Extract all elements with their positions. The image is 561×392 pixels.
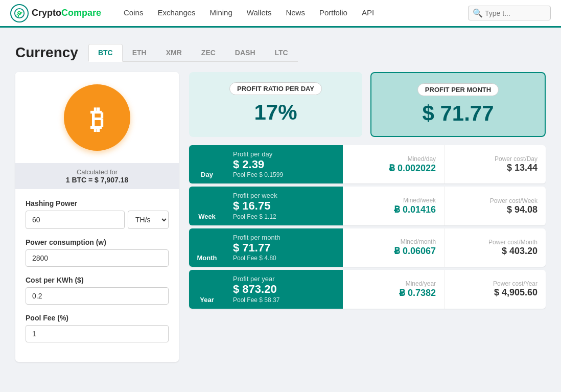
svg-text:₿: ₿ [90,105,104,134]
mined-label: Mined/week [351,197,436,204]
btc-rate: 1 BTC = $ 7,907.18 [20,176,174,184]
pool-fee-label: Pool Fee (%) [26,314,169,322]
nav-mining[interactable]: Mining [210,0,232,28]
pool-fee-display: Pool Fee $ 0.1599 [233,171,335,178]
svg-point-0 [15,8,24,17]
tab-ltc[interactable]: LTC [265,44,298,62]
mined-label: Mined/month [351,238,436,245]
main-layout: ₿ Calculated for 1 BTC = $ 7,907.18 Hash… [15,72,546,362]
pool-fee-display: Pool Fee $ 4.80 [233,255,335,262]
profit-main: Profit per day $ 2.39 Pool Fee $ 0.1599 [225,145,343,183]
page-title: Currency [15,44,78,61]
power-consumption-input[interactable] [26,249,169,267]
logo[interactable]: CryptoCompare [10,4,101,22]
power-cell: Power cost/Week $ 94.08 [445,187,546,225]
data-row: Month Profit per month $ 71.77 Pool Fee … [189,228,546,267]
profit-main: Profit per year $ 873.20 Pool Fee $ 58.3… [225,270,343,308]
mined-cell: Mined/year Ƀ 0.7382 [343,270,445,308]
search-bar: 🔍 [468,6,551,20]
tab-dash[interactable]: DASH [225,44,265,62]
profit-title: Profit per year [233,275,335,283]
data-row: Year Profit per year $ 873.20 Pool Fee $… [189,270,546,308]
navbar: CryptoCompare Coins Exchanges Mining Wal… [0,0,561,28]
hashing-power-unit-select[interactable]: TH/s GH/s MH/s [128,211,169,229]
hashing-power-group: Hashing Power TH/s GH/s MH/s [26,199,169,229]
power-consumption-group: Power consumption (w) [26,238,169,267]
period-label: Day [189,145,225,183]
nav-exchanges[interactable]: Exchanges [157,0,195,28]
nav-coins[interactable]: Coins [124,0,143,28]
nav-news[interactable]: News [286,0,305,28]
summary-profit-month: PROFIT PER MONTH $ 71.77 [370,72,546,137]
cost-per-kwh-label: Cost per KWh ($) [26,276,169,284]
period-label: Month [189,228,225,267]
pool-fee-display: Pool Fee $ 1.12 [233,213,335,220]
nav-wallets[interactable]: Wallets [247,0,272,28]
form-area: Hashing Power TH/s GH/s MH/s Power consu… [15,189,179,362]
pool-fee-input[interactable] [26,325,169,342]
nav-api[interactable]: API [362,0,374,28]
mined-value: Ƀ 0.002022 [351,163,436,174]
profit-ratio-label: PROFIT RATIO PER DAY [229,82,322,95]
mined-value: Ƀ 0.06067 [351,245,436,257]
calc-info: Calculated for 1 BTC = $ 7,907.18 [15,163,179,189]
coin-icon-area: ₿ [15,72,179,163]
hashing-power-row: TH/s GH/s MH/s [26,211,169,229]
cost-per-kwh-input[interactable] [26,287,169,305]
profit-month-value: $ 71.77 [384,101,532,126]
hashing-power-label: Hashing Power [26,199,169,207]
calc-label: Calculated for [20,168,174,176]
profit-month-label: PROFIT PER MONTH [417,83,499,96]
power-cell: Power cost/Month $ 403.20 [445,228,546,267]
profit-value: $ 873.20 [233,283,335,296]
right-panel: PROFIT RATIO PER DAY 17% PROFIT PER MONT… [189,72,546,312]
tab-btc[interactable]: BTC [88,44,123,62]
data-row: Day Profit per day $ 2.39 Pool Fee $ 0.1… [189,145,546,183]
power-label: Power cost/Year [453,280,537,287]
hashing-power-input[interactable] [26,211,125,229]
currency-tabs: BTC ETH XMR ZEC DASH LTC [88,43,298,62]
power-value: $ 4,905.60 [453,287,537,298]
data-row: Week Profit per week $ 16.75 Pool Fee $ … [189,187,546,225]
profit-value: $ 71.77 [233,241,335,255]
mined-cell: Mined/week Ƀ 0.01416 [343,187,445,225]
profit-title: Profit per week [233,192,335,199]
power-label: Power cost/Day [453,155,537,163]
btc-logo: ₿ [64,84,130,151]
profit-ratio-value: 17% [201,100,350,125]
profit-value: $ 2.39 [233,158,335,171]
power-consumption-label: Power consumption (w) [26,238,169,246]
power-cell: Power cost/Day $ 13.44 [445,145,546,183]
profit-main: Profit per week $ 16.75 Pool Fee $ 1.12 [225,187,343,225]
profit-main: Profit per month $ 71.77 Pool Fee $ 4.80 [225,228,343,267]
data-rows-container: Day Profit per day $ 2.39 Pool Fee $ 0.1… [189,145,546,309]
power-label: Power cost/Month [453,239,537,246]
search-input[interactable] [485,9,546,17]
search-icon: 🔍 [473,8,483,18]
power-value: $ 94.08 [453,204,537,215]
mined-label: Mined/day [351,155,436,163]
summary-profit-ratio: PROFIT RATIO PER DAY 17% [189,72,362,137]
profit-title: Profit per month [233,234,335,241]
logo-icon [10,4,29,22]
summary-row: PROFIT RATIO PER DAY 17% PROFIT PER MONT… [189,72,546,137]
profit-value: $ 16.75 [233,199,335,213]
tab-eth[interactable]: ETH [123,44,156,62]
cost-per-kwh-group: Cost per KWh ($) [26,276,169,305]
tab-zec[interactable]: ZEC [192,44,225,62]
currency-header: Currency BTC ETH XMR ZEC DASH LTC [15,43,546,62]
profit-title: Profit per day [233,150,335,158]
mined-cell: Mined/month Ƀ 0.06067 [343,228,445,267]
pool-fee-display: Pool Fee $ 58.37 [233,296,335,304]
tab-xmr[interactable]: XMR [156,44,192,62]
mined-cell: Mined/day Ƀ 0.002022 [343,145,445,183]
left-panel: ₿ Calculated for 1 BTC = $ 7,907.18 Hash… [15,72,179,362]
pool-fee-group: Pool Fee (%) [26,314,169,342]
power-value: $ 403.20 [453,246,537,257]
nav-portfolio[interactable]: Portfolio [319,0,347,28]
mined-label: Mined/year [351,280,436,287]
mined-value: Ƀ 0.7382 [351,287,436,298]
power-value: $ 13.44 [453,163,537,173]
mined-value: Ƀ 0.01416 [351,204,436,215]
power-cell: Power cost/Year $ 4,905.60 [445,270,546,308]
